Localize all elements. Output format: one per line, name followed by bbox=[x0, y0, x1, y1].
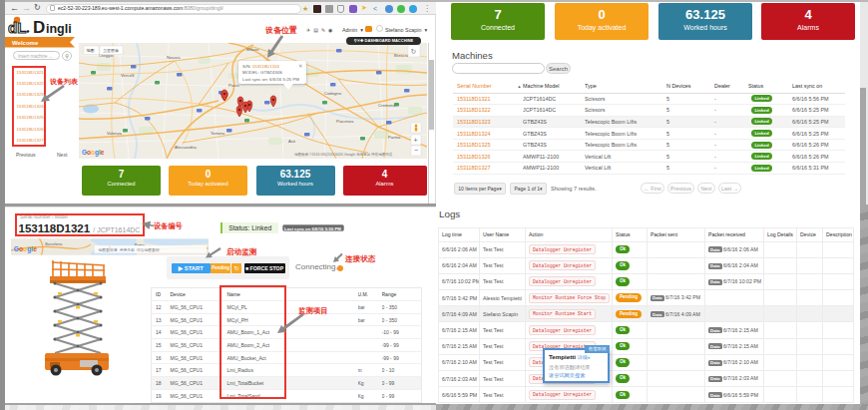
svg-text:Milano: Milano bbox=[246, 47, 259, 52]
svg-text:dL: dL bbox=[8, 19, 26, 36]
svg-text:Parma: Parma bbox=[388, 135, 401, 140]
svg-text:地图: 地图 bbox=[86, 48, 95, 53]
svg-text:Tortona: Tortona bbox=[211, 131, 225, 136]
svg-text:卫星图像: 卫星图像 bbox=[103, 48, 119, 53]
svg-text:−: − bbox=[414, 147, 418, 154]
svg-text:Brescia: Brescia bbox=[394, 53, 409, 58]
svg-text:Vercelli: Vercelli bbox=[121, 73, 135, 78]
svg-text:+: + bbox=[414, 137, 418, 144]
svg-text:Asti: Asti bbox=[288, 139, 295, 144]
svg-text:Barcelona: Barcelona bbox=[45, 242, 63, 246]
svg-text:地图数据 ©2016 GS(2011)6020 Google: 地图数据 ©2016 GS(2011)6020 Google 使用条款 报告地图… bbox=[293, 152, 393, 157]
svg-text:↻: ↻ bbox=[411, 48, 417, 55]
svg-text:Google: Google bbox=[82, 149, 105, 157]
svg-text:Google: Google bbox=[14, 244, 37, 252]
svg-text:D: D bbox=[33, 18, 45, 37]
svg-text:Pavia: Pavia bbox=[228, 83, 239, 88]
svg-text:Codogno: Codogno bbox=[324, 91, 342, 96]
svg-text:Piacenza: Piacenza bbox=[336, 119, 354, 124]
svg-text:Valenza: Valenza bbox=[107, 131, 122, 136]
svg-text:Novara: Novara bbox=[167, 55, 181, 60]
svg-text:地图数据请 使用条款 综合地图数据: 地图数据请 使用条款 综合地图数据 bbox=[98, 246, 160, 251]
svg-text:Alessandria: Alessandria bbox=[175, 145, 198, 150]
svg-text:Cremona: Cremona bbox=[378, 103, 396, 108]
svg-text:ingli: ingli bbox=[46, 22, 72, 36]
